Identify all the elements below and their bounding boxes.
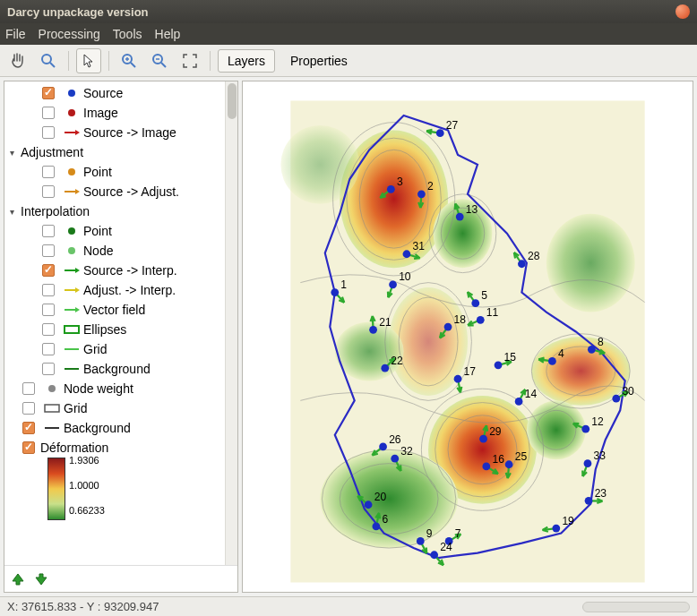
svg-text:17: 17: [464, 365, 477, 378]
zoom-out-tool[interactable]: [147, 48, 172, 73]
svg-text:32: 32: [400, 445, 413, 458]
layer-node-weight[interactable]: Node weight: [4, 379, 225, 398]
layer-int-adjust[interactable]: Adjust. -> Interp.: [4, 280, 225, 300]
svg-point-145: [391, 455, 399, 463]
svg-text:23: 23: [595, 487, 607, 500]
svg-point-10: [68, 109, 75, 116]
resize-grip[interactable]: [582, 602, 690, 612]
layer-int-vector[interactable]: Vector field: [4, 300, 225, 320]
svg-point-15: [68, 247, 75, 254]
svg-point-73: [588, 346, 596, 354]
layer-int-ellipses[interactable]: Ellipses: [4, 320, 225, 339]
menu-help[interactable]: Help: [155, 27, 181, 41]
svg-point-0: [42, 55, 51, 64]
svg-text:15: 15: [504, 351, 517, 364]
layer-tree[interactable]: Source Image Source -> Image ▾Adjustment…: [4, 81, 225, 565]
pan-tool[interactable]: [5, 48, 30, 73]
menu-processing[interactable]: Processing: [39, 27, 100, 41]
close-icon[interactable]: [675, 4, 690, 19]
svg-point-124: [505, 460, 513, 468]
layer-source[interactable]: Source: [4, 83, 225, 103]
svg-point-133: [518, 260, 526, 268]
layer-adj-source[interactable]: Source -> Adjust.: [4, 182, 225, 201]
group-adjustment[interactable]: ▾Adjustment: [4, 142, 225, 162]
fit-tool[interactable]: [177, 48, 202, 73]
svg-rect-19: [65, 326, 79, 333]
svg-text:28: 28: [528, 250, 540, 262]
svg-text:27: 27: [446, 119, 459, 132]
layer-deformation[interactable]: Déformation: [4, 438, 225, 458]
svg-point-109: [365, 500, 373, 509]
svg-text:31: 31: [413, 240, 426, 252]
tab-properties[interactable]: Properties: [280, 49, 357, 73]
layer-int-grid[interactable]: Grid: [4, 339, 225, 359]
svg-point-32: [527, 400, 586, 459]
svg-point-106: [552, 525, 560, 533]
svg-point-12: [68, 168, 75, 175]
svg-point-127: [379, 443, 387, 451]
svg-point-91: [515, 398, 523, 406]
svg-text:24: 24: [440, 541, 452, 553]
zoom-tool[interactable]: [36, 48, 61, 73]
svg-point-14: [68, 227, 75, 235]
svg-text:8: 8: [598, 336, 604, 348]
move-down-icon[interactable]: [33, 571, 49, 587]
menubar: File Processing Tools Help: [0, 23, 697, 45]
layer-background[interactable]: Background: [4, 418, 225, 438]
menu-tools[interactable]: Tools: [113, 27, 142, 41]
layer-source-image[interactable]: Source -> Image: [4, 123, 225, 142]
svg-text:14: 14: [525, 388, 538, 400]
svg-point-148: [584, 459, 592, 467]
svg-text:7: 7: [455, 527, 461, 540]
svg-text:13: 13: [466, 203, 478, 216]
status-coords: X: 37615.833 - Y : 93209.947: [7, 600, 159, 613]
layer-int-background[interactable]: Background: [4, 359, 225, 379]
svg-text:30: 30: [622, 385, 634, 398]
svg-point-100: [454, 375, 462, 383]
svg-point-94: [495, 361, 503, 369]
tree-scrollbar[interactable]: [225, 81, 237, 565]
svg-point-64: [471, 299, 479, 307]
svg-text:25: 25: [515, 450, 528, 463]
svg-point-103: [444, 323, 452, 331]
svg-point-33: [546, 214, 635, 312]
svg-point-9: [68, 90, 75, 97]
svg-point-112: [369, 326, 377, 334]
svg-text:4: 4: [558, 347, 564, 360]
move-up-icon[interactable]: [10, 571, 26, 587]
menu-file[interactable]: File: [5, 27, 26, 41]
svg-point-121: [430, 551, 438, 559]
layer-reorder: [4, 565, 237, 592]
layer-int-node[interactable]: Node: [4, 241, 225, 261]
svg-point-35: [280, 125, 359, 204]
legend-gradient: [47, 458, 65, 520]
group-interpolation[interactable]: ▾Interpolation: [4, 201, 225, 221]
svg-text:3: 3: [397, 175, 403, 188]
svg-line-1: [50, 63, 55, 67]
layer-grid[interactable]: Grid: [4, 398, 225, 418]
tab-layers[interactable]: Layers: [218, 49, 275, 73]
svg-text:33: 33: [594, 449, 607, 462]
svg-point-85: [581, 425, 589, 433]
svg-text:9: 9: [426, 527, 433, 540]
layer-int-source[interactable]: Source -> Interp.: [4, 261, 225, 280]
svg-point-88: [456, 213, 464, 221]
layer-adj-point[interactable]: Point: [4, 162, 225, 182]
map-canvas[interactable]: 1234567891011121314151617181920212223242…: [242, 81, 693, 593]
svg-point-139: [612, 395, 620, 403]
svg-point-34: [335, 322, 404, 381]
svg-text:20: 20: [374, 491, 387, 503]
svg-text:12: 12: [591, 415, 604, 428]
pointer-tool[interactable]: [76, 48, 101, 73]
svg-point-130: [436, 129, 444, 137]
layer-image[interactable]: Image: [4, 103, 225, 123]
svg-text:10: 10: [399, 270, 411, 283]
svg-point-52: [331, 288, 339, 296]
svg-text:11: 11: [486, 306, 499, 319]
svg-text:26: 26: [389, 433, 401, 446]
zoom-in-tool[interactable]: [116, 48, 142, 73]
svg-rect-23: [45, 405, 59, 412]
svg-point-22: [48, 385, 56, 392]
titlebar: Darcy unpackage version: [0, 0, 697, 23]
layer-int-point[interactable]: Point: [4, 221, 225, 241]
